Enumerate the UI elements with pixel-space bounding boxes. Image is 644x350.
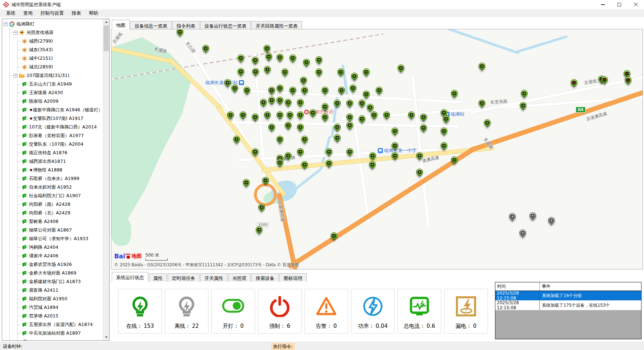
tree-group-0[interactable]: 光照度传感器 <box>10 28 103 37</box>
map-pin-offline[interactable]: + <box>518 228 528 238</box>
tree-item-0-1[interactable]: 城东(3543) <box>18 45 103 54</box>
map-pin-green[interactable]: + <box>396 63 406 73</box>
map-pin-green[interactable]: + <box>350 71 359 81</box>
map-pin-green[interactable]: + <box>300 134 309 144</box>
tree-item-0-0[interactable]: 城西(2799) <box>18 37 103 45</box>
map-pin-green[interactable]: + <box>275 52 285 62</box>
tree-item-1-12[interactable]: 自来水斜对面 A1952 <box>18 183 103 191</box>
map-pin-offline[interactable]: + <box>528 211 538 220</box>
map-pin-green[interactable]: + <box>288 53 298 63</box>
tree-item-1-13[interactable]: 社会福利院大门口 A1907 <box>18 191 103 200</box>
map-pin-green[interactable]: + <box>280 67 290 77</box>
menu-item-0[interactable]: 系统 <box>2 9 19 17</box>
tree-item-1-19[interactable]: 鸿鹤路 A2404 <box>18 243 103 252</box>
map-pin-green[interactable]: + <box>267 95 277 105</box>
bottom-tab-1[interactable]: 属性 <box>149 273 167 282</box>
bottom-tab-5[interactable]: 搜索设备 <box>251 273 279 282</box>
map-canvas[interactable]: 京港线长盛路长白路长安东路京港线京港澳高速长盛路长盛中路港澳高速京港澳高速X08… <box>111 29 643 269</box>
tree-item-1-9[interactable]: 城西派出所A1871 <box>18 157 103 166</box>
bottom-tab-2[interactable]: 定时器任务 <box>168 273 200 282</box>
menu-item-2[interactable]: 控制与设置 <box>37 9 68 17</box>
map-pin-green[interactable]: + <box>519 88 529 98</box>
map-pin-green[interactable]: + <box>390 126 400 136</box>
tree-item-0-3[interactable]: 城北(2859) <box>18 63 103 71</box>
tree-item-1-29[interactable]: 中石化加油站对面 A1897 <box>18 329 103 337</box>
tree-item-1-4[interactable]: ★交警队西(107南) A1917 <box>18 114 103 123</box>
map-pin-green[interactable]: + <box>236 53 246 63</box>
menu-item-4[interactable]: 帮助 <box>85 9 102 17</box>
map-pin-green[interactable]: + <box>263 64 272 74</box>
tree-item-1-10[interactable]: ★博物馆 A1888 <box>18 166 103 174</box>
tree-item-1-0[interactable]: 五尖山大门东 A1949 <box>18 80 103 88</box>
map-tab-0[interactable]: 地图 <box>112 20 130 29</box>
tree-item-1-25[interactable]: 福利院对面 A1950 <box>18 295 103 303</box>
tree-item-1-5[interactable]: 107北（建新中路路口西）A2014 <box>18 123 103 131</box>
tree-item-1-18[interactable]: 烟草公司（求知中学）A1933 <box>18 234 103 243</box>
tree-item-1-2[interactable]: 陈家组 A2009 <box>18 97 103 106</box>
map-pin-green[interactable]: + <box>439 141 449 150</box>
map-pin-green[interactable]: + <box>332 98 342 108</box>
map-pin-alarm[interactable]: + <box>569 78 579 87</box>
map-pin-green[interactable]: + <box>361 67 371 77</box>
map-pin-green[interactable]: + <box>450 88 459 98</box>
tree-group-1[interactable]: 107国道沿线(31/31) <box>10 71 103 80</box>
map-pin-green[interactable]: + <box>324 158 334 168</box>
tree-collapse-icon[interactable] <box>14 31 18 35</box>
tree-item-1-23[interactable]: 金桥建材市场门口 A1873 <box>18 277 103 286</box>
map-pin-green[interactable]: + <box>250 55 260 65</box>
tree-item-1-16[interactable]: 梨树巷 A2408 <box>18 217 103 226</box>
tree-item-1-20[interactable]: 谭家冲 A2406 <box>18 252 103 260</box>
map-pin-green[interactable]: + <box>295 110 305 120</box>
map-pin-green[interactable]: + <box>275 95 285 105</box>
map-pin-offline[interactable]: + <box>508 212 517 221</box>
map-tab-3[interactable]: 设备运行状态一览表 <box>200 21 251 29</box>
map-pin-green[interactable]: + <box>242 85 252 95</box>
map-pin-offline[interactable]: + <box>547 215 556 225</box>
map-pin-green[interactable]: + <box>201 43 211 53</box>
tree-scrollbar[interactable] <box>103 19 109 340</box>
map-pin-green[interactable]: + <box>275 134 285 144</box>
tree-item-1-17[interactable]: 烟草公司对面 A1867 <box>18 226 103 234</box>
map-pin-green[interactable]: + <box>241 178 251 187</box>
tree-item-1-3[interactable]: ★建新中路路口东 A1946（辅道灯） <box>18 106 103 114</box>
tree-item-1-27[interactable]: 芭茅塘 A2015 <box>18 312 103 320</box>
map-pin-green[interactable]: + <box>251 67 260 76</box>
map-pin-green[interactable]: + <box>295 97 305 107</box>
map-tab-4[interactable]: 开关回路属性一览表 <box>251 21 302 29</box>
tree-item-0-2[interactable]: 城中(2151) <box>18 54 103 63</box>
menu-item-1[interactable]: 查询 <box>19 9 37 17</box>
map-pin-green[interactable]: + <box>262 43 272 53</box>
tree-item-1-7[interactable]: 交警队东（107南）A2004 <box>18 140 103 149</box>
tree-item-1-22[interactable]: 金桥大市场对面 A1869 <box>18 269 103 277</box>
map-pin-green[interactable]: + <box>332 133 342 142</box>
tree-item-1-8[interactable]: 南正街转盘 A1876 <box>18 149 103 157</box>
tree-item-1-14[interactable]: 向阳桥（南）A2428 <box>18 200 103 209</box>
tree-item-1-26[interactable]: 汽贸城 A1894 <box>18 303 103 312</box>
map-pin-green[interactable]: + <box>314 67 324 77</box>
map-pin-green[interactable]: + <box>275 110 285 120</box>
scroll-down-arrow-icon[interactable] <box>103 334 109 340</box>
map-pin-green[interactable]: + <box>477 61 487 71</box>
minimize-button[interactable] <box>595 0 611 9</box>
event-row-1[interactable]: 2025/3/28 12:15:08系统加载了175个设备，在线153个 <box>495 301 641 310</box>
map-pin-green[interactable]: + <box>299 75 308 85</box>
map-pin-green[interactable]: + <box>482 118 492 127</box>
map-tab-2[interactable]: 指令列表 <box>172 21 200 29</box>
map-pin-green[interactable]: + <box>477 98 487 108</box>
map-pin-green[interactable]: + <box>365 102 375 112</box>
tree-root-item[interactable]: 临湘路灯 <box>4 20 103 28</box>
map-pin-green[interactable]: + <box>357 98 367 108</box>
scrollbar-thumb[interactable] <box>104 25 109 51</box>
tree-item-1-21[interactable]: 金桥农贸市场 A1926 <box>18 260 103 269</box>
map-pin-alarm[interactable]: + <box>623 75 633 85</box>
close-button[interactable] <box>628 0 644 9</box>
map-pin-green[interactable]: + <box>382 110 391 120</box>
scroll-up-arrow-icon[interactable] <box>103 19 109 25</box>
map-pin-green[interactable]: + <box>283 97 293 107</box>
map-tab-1[interactable]: 设备信息一览表 <box>130 21 172 29</box>
map-pin-green[interactable]: + <box>374 85 384 95</box>
map-pin-green[interactable]: + <box>302 57 311 67</box>
tree-item-1-6[interactable]: 彭家巷（党校后面）A1977 <box>18 131 103 140</box>
map-pin-green[interactable]: + <box>285 110 295 120</box>
map-pin-green[interactable]: + <box>175 29 185 37</box>
